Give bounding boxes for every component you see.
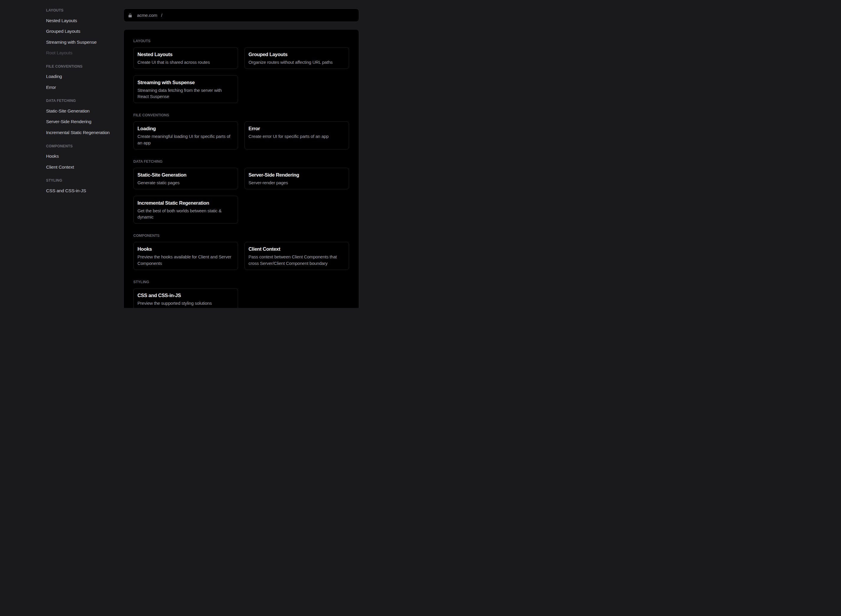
card-grouped-layouts[interactable]: Grouped LayoutsOrganize routes without a… xyxy=(245,47,349,69)
card-description-loading: Create meaningful loading UI for specifi… xyxy=(138,133,234,146)
sidebar-item-incremental-static-regeneration[interactable]: Incremental Static Regeneration xyxy=(46,127,120,138)
card-title-hooks: Hooks xyxy=(138,245,234,252)
sidebar-group-header-components: COMPONENTS xyxy=(46,143,120,149)
card-title-grouped-layouts: Grouped Layouts xyxy=(249,51,345,58)
card-description-nested-layouts: Create UI that is shared across routes xyxy=(138,59,234,66)
lock-icon xyxy=(129,13,132,18)
sidebar-item-client-context[interactable]: Client Context xyxy=(46,162,120,172)
sidebar-item-streaming-with-suspense[interactable]: Streaming with Suspense xyxy=(46,37,120,48)
section-grid-file-conventions: LoadingCreate meaningful loading UI for … xyxy=(133,121,349,150)
card-client-context[interactable]: Client ContextPass context between Clien… xyxy=(245,242,349,270)
card-description-incremental-static-regeneration: Get the best of both worlds between stat… xyxy=(138,208,234,220)
section-grid-data-fetching: Static-Site GenerationGenerate static pa… xyxy=(133,168,349,224)
card-title-incremental-static-regeneration: Incremental Static Regeneration xyxy=(138,199,234,207)
sidebar-group-header-layouts: LAYOUTS xyxy=(46,7,120,13)
card-description-css-and-css-in-js: Preview the supported styling solutions xyxy=(138,300,234,307)
sidebar-group-styling: STYLINGCSS and CSS-in-JS xyxy=(46,177,120,196)
section-components: COMPONENTSHooksPreview the hooks availab… xyxy=(133,233,349,270)
card-title-streaming-with-suspense: Streaming with Suspense xyxy=(138,79,234,86)
card-title-server-side-rendering: Server-Side Rendering xyxy=(249,171,345,178)
sidebar-item-error[interactable]: Error xyxy=(46,82,120,93)
section-grid-components: HooksPreview the hooks available for Cli… xyxy=(133,242,349,270)
sidebar-group-header-file-conventions: FILE CONVENTIONS xyxy=(46,63,120,69)
card-error[interactable]: ErrorCreate error UI for specific parts … xyxy=(245,121,349,150)
card-description-server-side-rendering: Server-render pages xyxy=(249,180,345,186)
section-grid-layouts: Nested LayoutsCreate UI that is shared a… xyxy=(133,47,349,103)
card-title-error: Error xyxy=(249,125,345,132)
demo-panel: LAYOUTSNested LayoutsCreate UI that is s… xyxy=(123,29,359,308)
section-layouts: LAYOUTSNested LayoutsCreate UI that is s… xyxy=(133,39,349,103)
section-styling: STYLINGCSS and CSS-in-JSPreview the supp… xyxy=(133,280,349,308)
sidebar-group-components: COMPONENTSHooksClient Context xyxy=(46,143,120,172)
card-server-side-rendering[interactable]: Server-Side RenderingServer-render pages xyxy=(245,168,349,189)
card-css-and-css-in-js[interactable]: CSS and CSS-in-JSPreview the supported s… xyxy=(133,288,238,308)
app-playground-page: { "theme": { "bg": "#1a1a1d", "panel": "… xyxy=(0,0,420,308)
section-header-layouts: LAYOUTS xyxy=(133,39,349,43)
sidebar-item-root-layouts: Root Layouts xyxy=(46,48,120,58)
sidebar-item-loading[interactable]: Loading xyxy=(46,71,120,82)
card-title-css-and-css-in-js: CSS and CSS-in-JS xyxy=(138,292,234,299)
sidebar: LAYOUTSNested LayoutsGrouped LayoutsStre… xyxy=(46,7,120,201)
card-description-error: Create error UI for specific parts of an… xyxy=(249,133,345,140)
card-static-site-generation[interactable]: Static-Site GenerationGenerate static pa… xyxy=(133,168,238,189)
card-title-loading: Loading xyxy=(138,125,234,132)
card-title-static-site-generation: Static-Site Generation xyxy=(138,171,234,178)
card-loading[interactable]: LoadingCreate meaningful loading UI for … xyxy=(133,121,238,150)
card-streaming-with-suspense[interactable]: Streaming with SuspenseStreaming data fe… xyxy=(133,75,238,103)
card-description-grouped-layouts: Organize routes without affecting URL pa… xyxy=(249,59,345,66)
card-nested-layouts[interactable]: Nested LayoutsCreate UI that is shared a… xyxy=(133,47,238,69)
sidebar-group-header-styling: STYLING xyxy=(46,177,120,183)
section-grid-styling: CSS and CSS-in-JSPreview the supported s… xyxy=(133,288,349,308)
sidebar-group-layouts: LAYOUTSNested LayoutsGrouped LayoutsStre… xyxy=(46,7,120,58)
card-description-streaming-with-suspense: Streaming data fetching from the server … xyxy=(138,87,234,100)
card-description-hooks: Preview the hooks available for Client a… xyxy=(138,254,234,266)
sidebar-item-hooks[interactable]: Hooks xyxy=(46,151,120,161)
sidebar-item-grouped-layouts[interactable]: Grouped Layouts xyxy=(46,26,120,37)
section-header-file-conventions: FILE CONVENTIONS xyxy=(133,113,349,117)
section-header-components: COMPONENTS xyxy=(133,233,349,238)
sidebar-group-header-data-fetching: DATA FETCHING xyxy=(46,98,120,104)
sidebar-item-static-site-generation[interactable]: Static-Site Generation xyxy=(46,106,120,116)
sidebar-item-css-and-css-in-js[interactable]: CSS and CSS-in-JS xyxy=(46,185,120,196)
sidebar-group-data-fetching: DATA FETCHINGStatic-Site GenerationServe… xyxy=(46,98,120,138)
main-content: acme.com / LAYOUTSNested LayoutsCreate U… xyxy=(123,0,359,308)
section-file-conventions: FILE CONVENTIONSLoadingCreate meaningful… xyxy=(133,113,349,150)
card-incremental-static-regeneration[interactable]: Incremental Static RegenerationGet the b… xyxy=(133,196,238,224)
address-bar[interactable]: acme.com / xyxy=(123,9,359,22)
section-header-data-fetching: DATA FETCHING xyxy=(133,159,349,164)
card-title-nested-layouts: Nested Layouts xyxy=(138,51,234,58)
card-description-client-context: Pass context between Client Components t… xyxy=(249,254,345,266)
section-header-styling: STYLING xyxy=(133,280,349,285)
sidebar-item-server-side-rendering[interactable]: Server-Side Rendering xyxy=(46,116,120,127)
address-path-separator[interactable]: / xyxy=(161,13,162,18)
card-description-static-site-generation: Generate static pages xyxy=(138,180,234,186)
address-domain: acme.com xyxy=(137,13,157,18)
sidebar-item-nested-layouts[interactable]: Nested Layouts xyxy=(46,15,120,26)
sidebar-group-file-conventions: FILE CONVENTIONSLoadingError xyxy=(46,63,120,93)
section-data-fetching: DATA FETCHINGStatic-Site GenerationGener… xyxy=(133,159,349,224)
card-title-client-context: Client Context xyxy=(249,245,345,252)
card-hooks[interactable]: HooksPreview the hooks available for Cli… xyxy=(133,242,238,270)
